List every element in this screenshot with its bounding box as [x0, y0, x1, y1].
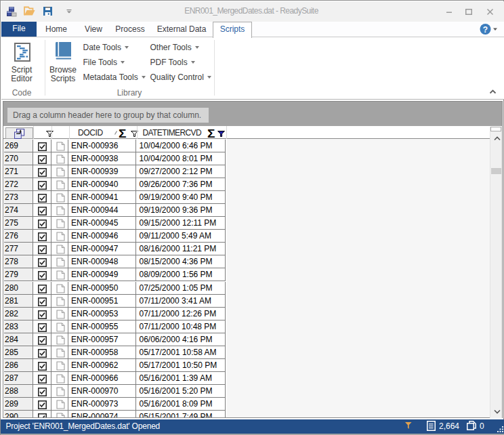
svg-text:?: ?: [483, 25, 488, 35]
